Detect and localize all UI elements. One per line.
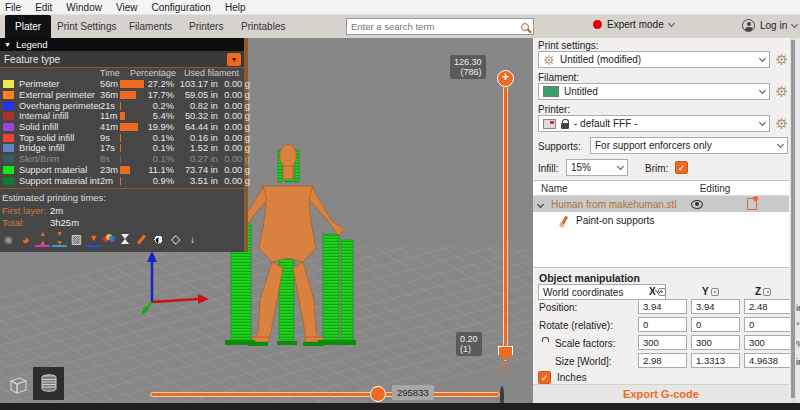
pin-icon[interactable]: ▼ (86, 232, 101, 247)
menu-help[interactable]: Help (225, 2, 246, 13)
scale-y-field[interactable]: 300 (691, 335, 740, 350)
tab-bar: Plater Print Settings Filaments Printers… (0, 15, 800, 38)
rotate-x-field[interactable]: 0 (638, 317, 687, 332)
rotate-z-field[interactable]: 0 (744, 317, 793, 332)
editing-icon[interactable] (747, 198, 757, 210)
axis-mirror-icon[interactable] (711, 288, 719, 296)
menu-configuration[interactable]: Configuration (151, 2, 210, 13)
paint-brush-icon (561, 216, 568, 225)
feature-type-label: Feature type (4, 54, 60, 65)
axis-mirror-icon[interactable] (658, 288, 666, 296)
scale-x-field[interactable]: 300 (638, 335, 687, 350)
editor-view-button[interactable] (2, 368, 33, 401)
swirl-icon[interactable]: ◕ (18, 232, 33, 247)
palette-icon[interactable] (103, 234, 115, 244)
legend-row: Perimeter56m27.2%103.17 in0.00 g (0, 79, 244, 90)
estimated-times-title: Estimated printing times: (0, 189, 244, 204)
double-chevron-down-icon[interactable]: ▼▼ (52, 232, 67, 247)
search-input[interactable] (351, 21, 521, 32)
menu-window[interactable]: Window (66, 2, 102, 13)
print-settings-gear-button[interactable] (775, 53, 788, 68)
size-y-field[interactable]: 1.3313 (691, 353, 740, 368)
checkered-circle-icon[interactable]: ◐ (151, 232, 166, 247)
expander-chevron-icon[interactable] (537, 200, 544, 207)
tab-print-settings[interactable]: Print Settings (57, 15, 116, 38)
preview-view-button[interactable] (33, 367, 64, 400)
double-chevron-up-icon[interactable]: ▲▲ (35, 232, 50, 247)
printer-gear-button[interactable] (775, 117, 788, 132)
position-x-field[interactable]: 3.94 (638, 299, 687, 314)
object-row-selected[interactable]: Human from makehuman.stl (533, 196, 789, 212)
scrollbar-thumb[interactable] (791, 40, 795, 398)
tab-printers[interactable]: Printers (189, 15, 223, 38)
sphere-toggle-icon[interactable] (500, 388, 504, 403)
layer-slider-track[interactable] (503, 86, 508, 348)
menu-edit[interactable]: Edit (35, 2, 52, 13)
hourglass-icon[interactable] (117, 232, 132, 247)
percentage-bar (120, 80, 144, 88)
joystick-icon[interactable]: ◉ (1, 232, 16, 247)
sidebar-scrollbar[interactable] (790, 38, 796, 403)
filament-combo[interactable]: Untitled (538, 83, 770, 100)
total-time: Total:3h25m (0, 216, 244, 228)
gear-icon (775, 53, 788, 66)
legend-header[interactable]: ▼ Legend (0, 38, 244, 51)
size-label: Size [World]: (555, 356, 612, 367)
layer-slider-upper-handle[interactable]: + (497, 70, 514, 87)
rotate-y-field[interactable]: 0 (691, 317, 740, 332)
move-slider-handle[interactable] (370, 386, 386, 402)
gear-icon (775, 85, 788, 98)
search-icon[interactable] (521, 23, 529, 31)
print-settings-combo[interactable]: Untitled (modified) (538, 51, 770, 68)
percentage-bar (120, 112, 125, 120)
dropdown-arrow-icon[interactable]: ▼ (227, 53, 241, 66)
login-button[interactable]: Log in (742, 19, 797, 32)
infill-combo[interactable]: 15% (566, 159, 628, 176)
legend-row: Internal infill11m5.4%50.32 in0.00 g (0, 111, 244, 122)
supports-combo[interactable]: For support enforcers only (590, 137, 788, 154)
feature-type-dropdown[interactable]: Feature type ▼ (0, 51, 244, 68)
legend-toolbar: ◉ ◕ ▲▲ ▼▼ ▨ ▼ ◐ ◇ ↓ (0, 228, 244, 247)
cube-icon[interactable]: ◇ (168, 232, 183, 247)
user-icon (742, 19, 755, 32)
search-box[interactable] (346, 18, 534, 35)
size-unit: in (796, 356, 800, 367)
name-column-header: Name (533, 183, 568, 194)
menu-file[interactable]: File (5, 2, 21, 13)
size-z-field[interactable]: 4.9638 (744, 353, 793, 368)
menu-view[interactable]: View (116, 2, 138, 13)
scale-z-field[interactable]: 300 (744, 335, 793, 350)
percentage-bar (120, 166, 130, 174)
move-slider-track[interactable] (150, 392, 500, 397)
brim-checkbox[interactable] (675, 161, 688, 174)
axis-mirror-icon[interactable] (763, 288, 771, 296)
expert-mode-selector[interactable]: Expert mode (593, 19, 674, 30)
position-y-field[interactable]: 3.94 (691, 299, 740, 314)
color-swatch (3, 102, 14, 110)
legend-row: Overhang perimeter21s0.2%0.82 in0.00 g (0, 100, 244, 111)
tab-filaments[interactable]: Filaments (129, 15, 172, 38)
printer-combo[interactable]: - default FFF - (538, 115, 770, 132)
pencil-icon[interactable] (134, 232, 149, 247)
tab-plater[interactable]: Plater (5, 15, 51, 38)
coordinates-combo[interactable]: World coordinates (538, 284, 666, 300)
color-swatch (3, 166, 14, 174)
inches-checkbox[interactable]: Inches (538, 371, 586, 384)
tab-printables[interactable]: Printables (241, 15, 285, 38)
collapse-triangle-icon: ▼ (4, 41, 11, 48)
percentage-bar (120, 144, 121, 152)
filament-gear-button[interactable] (775, 85, 788, 100)
hatch-icon[interactable]: ▨ (69, 232, 84, 247)
legend-column-headers: Time Percentage Used filament (0, 68, 244, 79)
object-row-child[interactable]: Paint-on supports (533, 212, 789, 229)
arrow-down-icon[interactable]: ↓ (185, 232, 200, 247)
percentage-bar (120, 134, 121, 142)
viewport-3d[interactable]: ▼ Legend Feature type ▼ Time Percentage … (0, 38, 533, 403)
bottom-bar (0, 403, 800, 410)
color-swatch (3, 112, 14, 120)
printer-label: Printer: (538, 104, 570, 115)
size-x-field[interactable]: 2.98 (638, 353, 687, 368)
visibility-eye-icon[interactable] (691, 200, 703, 209)
position-z-field[interactable]: 2.48 (744, 299, 793, 314)
export-gcode-button[interactable]: Export G-code (533, 384, 789, 403)
